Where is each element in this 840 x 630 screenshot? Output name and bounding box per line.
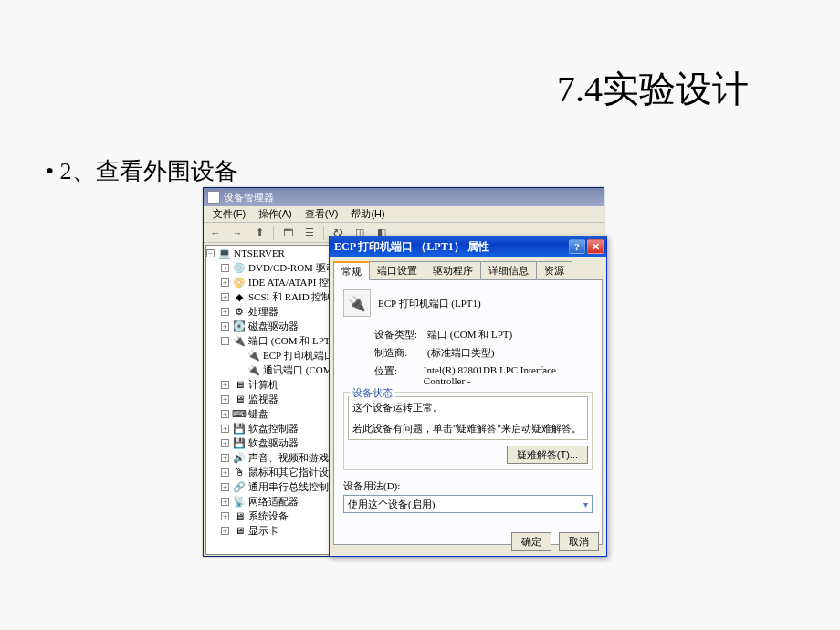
device-icon: 🔊 (233, 451, 246, 464)
properties-dialog: ECP 打印机端口 （LPT1） 属性 ? ✕ 常规 端口设置 驱动程序 详细信… (329, 236, 607, 557)
devmgr-titlebar[interactable]: 设备管理器 (204, 188, 604, 206)
usage-label: 设备用法(D): (343, 479, 593, 493)
device-icon: 🔌 (247, 363, 260, 376)
tree-toggle-icon[interactable]: − (221, 337, 229, 345)
device-icon: 🔗 (233, 480, 246, 493)
props-tabs: 常规 端口设置 驱动程序 详细信息 资源 (333, 261, 603, 280)
forward-icon[interactable]: → (229, 225, 246, 241)
device-icon: 🖥 (233, 393, 246, 405)
tree-toggle-icon[interactable]: + (221, 322, 229, 331)
device-icon: 💻 (218, 247, 231, 259)
usage-select[interactable]: 使用这个设备(启用) ▾ (343, 495, 593, 513)
chevron-down-icon: ▾ (583, 499, 588, 509)
loc-label: 位置: (374, 364, 424, 386)
device-icon: ⚙ (233, 305, 246, 318)
device-icon: ⌨ (233, 407, 246, 420)
tree-label: 计算机 (248, 378, 278, 392)
device-icon: 💾 (233, 436, 246, 449)
device-icon: 🖱 (233, 466, 246, 478)
cancel-button[interactable]: 取消 (559, 532, 599, 551)
tree-toggle-icon[interactable]: + (221, 468, 229, 477)
slide-bullet: • 2、查看外围设备 (46, 155, 238, 187)
devtype-label: 设备类型: (374, 328, 427, 341)
troubleshoot-button[interactable]: 疑难解答(T)... (507, 446, 588, 464)
devmgr-menubar: 文件(F) 操作(A) 查看(V) 帮助(H) (204, 206, 604, 223)
usage-value: 使用这个设备(启用) (348, 498, 435, 511)
tree-label: NTSERVER (234, 247, 285, 258)
device-icon: 📡 (233, 495, 246, 508)
status-legend: 设备状态 (350, 386, 395, 400)
props-title: ECP 打印机端口 （LPT1） 属性 (332, 239, 567, 255)
tree-toggle-icon[interactable]: + (221, 395, 229, 404)
tree-label: 鼠标和其它指针设备 (248, 466, 339, 479)
tree-label: 软盘驱动器 (248, 436, 299, 450)
tree-toggle-icon[interactable]: + (221, 264, 229, 272)
tree-toggle-icon[interactable]: + (221, 425, 229, 433)
device-icon: 📀 (233, 276, 246, 289)
tab-general[interactable]: 常规 (333, 261, 370, 280)
tree-toggle-icon[interactable]: − (206, 249, 215, 257)
device-icon: ◆ (233, 290, 246, 303)
tab-details[interactable]: 详细信息 (480, 261, 537, 279)
tree-toggle-icon[interactable]: + (221, 483, 229, 491)
toolbar-sep (273, 226, 274, 240)
tree-label: 键盘 (248, 407, 268, 421)
status-text[interactable]: 这个设备运转正常。 若此设备有问题，单击"疑难解答"来启动疑难解答。 (348, 396, 588, 440)
tab-driver[interactable]: 驱动程序 (425, 261, 481, 279)
devtype-value: 端口 (COM 和 LPT) (427, 328, 512, 341)
device-icon: 🖥 (233, 378, 246, 391)
tree-label: 系统设备 (248, 509, 289, 523)
mfr-value: (标准端口类型) (427, 346, 494, 360)
toolbar-sep (323, 226, 324, 240)
device-icon: 🔌 (247, 349, 260, 362)
print-icon[interactable]: ☰ (301, 225, 318, 241)
tab-resources[interactable]: 资源 (536, 261, 572, 279)
mfr-label: 制造商: (374, 346, 427, 360)
tree-toggle-icon[interactable]: + (221, 439, 229, 447)
device-icon: 💽 (233, 320, 246, 332)
tree-toggle-icon[interactable]: + (221, 381, 229, 389)
tree-toggle-icon[interactable]: + (221, 527, 229, 535)
device-icon: 🖥 (233, 509, 246, 522)
ok-button[interactable]: 确定 (511, 532, 551, 551)
devmgr-title: 设备管理器 (224, 191, 274, 205)
tree-label: 网络适配器 (248, 495, 299, 509)
tree-toggle-icon[interactable]: + (221, 498, 229, 506)
tree-toggle-icon[interactable]: + (221, 512, 229, 520)
tree-toggle-icon[interactable]: + (221, 278, 229, 287)
device-icon: 💾 (233, 422, 246, 435)
device-icon: 💿 (233, 261, 246, 274)
status-line1: 这个设备运转正常。 (352, 401, 583, 415)
props-body: 🔌 ECP 打印机端口 (LPT1) 设备类型: 端口 (COM 和 LPT) … (333, 280, 603, 545)
back-icon[interactable]: ← (207, 225, 224, 241)
port-icon: 🔌 (343, 289, 371, 317)
tree-label: 监视器 (248, 393, 278, 406)
menu-help[interactable]: 帮助(H) (345, 207, 390, 221)
tree-toggle-icon[interactable]: + (221, 293, 229, 301)
tree-label: 通用串行总线控制器 (248, 480, 339, 494)
tab-port-settings[interactable]: 端口设置 (369, 261, 425, 279)
properties-icon[interactable]: 🗔 (279, 225, 296, 241)
menu-action[interactable]: 操作(A) (253, 207, 298, 221)
menu-file[interactable]: 文件(F) (207, 207, 251, 221)
device-icon: 🖥 (233, 524, 246, 537)
tree-label: 显示卡 (248, 524, 278, 538)
status-fieldset: 设备状态 这个设备运转正常。 若此设备有问题，单击"疑难解答"来启动疑难解答。 … (343, 392, 593, 470)
close-icon[interactable]: ✕ (587, 239, 604, 254)
status-line2: 若此设备有问题，单击"疑难解答"来启动疑难解答。 (352, 422, 583, 436)
loc-value: Intel(R) 82801DB LPC Interface Controlle… (424, 364, 593, 386)
tree-toggle-icon[interactable]: + (221, 454, 229, 462)
up-icon[interactable]: ⬆ (251, 225, 268, 241)
tree-toggle-icon[interactable] (236, 366, 244, 374)
tree-toggle-icon[interactable]: + (221, 410, 229, 418)
menu-view[interactable]: 查看(V) (299, 207, 344, 221)
system-icon (207, 191, 220, 204)
tree-toggle-icon[interactable]: + (221, 308, 229, 316)
tree-toggle-icon[interactable] (236, 352, 244, 360)
device-icon: 🔌 (233, 334, 246, 347)
tree-label: 磁盘驱动器 (248, 320, 299, 333)
tree-label: 端口 (COM 和 LPT) (248, 334, 333, 348)
device-name: ECP 打印机端口 (LPT1) (378, 297, 481, 310)
help-icon[interactable]: ? (569, 239, 585, 254)
props-titlebar[interactable]: ECP 打印机端口 （LPT1） 属性 ? ✕ (330, 236, 606, 257)
